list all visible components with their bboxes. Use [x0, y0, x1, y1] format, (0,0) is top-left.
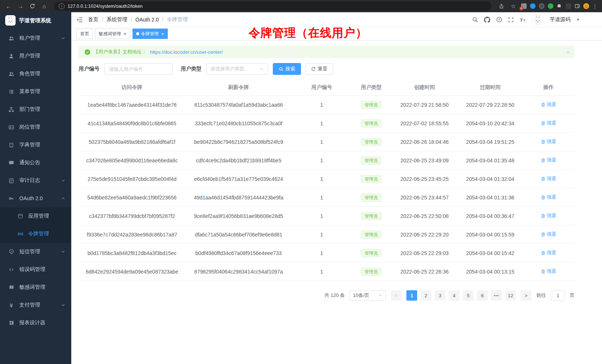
- address-bar[interactable]: i 127.0.0.1:1024/system/oauth2/token: [54, 1, 491, 11]
- page-size-value: 10条/页: [353, 292, 369, 299]
- collapse-sidebar-icon[interactable]: [76, 17, 83, 23]
- caret-down-icon[interactable]: ▼: [576, 18, 580, 21]
- extension-dark2-icon[interactable]: [565, 3, 572, 10]
- page-more-button[interactable]: •••: [491, 290, 502, 301]
- sidebar-item-user[interactable]: 用户管理: [0, 47, 71, 65]
- force-logout-label: 强退: [547, 268, 556, 275]
- sidebar-item-sms[interactable]: 短信管理: [0, 243, 71, 261]
- page-content: 【用户体系】文档地址： https://doc.iocoder.cn/user-…: [71, 40, 602, 364]
- force-logout-button[interactable]: 强退: [541, 231, 556, 238]
- force-logout-button[interactable]: 强退: [541, 138, 556, 145]
- tab-close-icon[interactable]: ×: [124, 32, 127, 36]
- user-avatar[interactable]: [532, 14, 544, 26]
- search-button[interactable]: 搜索: [273, 63, 301, 75]
- force-logout-button[interactable]: 强退: [541, 157, 556, 163]
- force-logout-label: 强退: [547, 249, 556, 256]
- breadcrumb-system[interactable]: 系统管理: [107, 16, 127, 23]
- refresh-token-cell: 8796295f04064c2983414cc54af1097a: [185, 262, 292, 281]
- sidebar-item-oauth2[interactable]: OAuth 2.0: [0, 189, 71, 207]
- github-icon[interactable]: [484, 17, 490, 23]
- reset-button[interactable]: 重置: [305, 63, 333, 75]
- tab-sensitive-word[interactable]: 敏感词管理×: [95, 29, 130, 39]
- font-size-icon[interactable]: TT: [520, 17, 526, 23]
- force-logout-button[interactable]: 强退: [541, 175, 556, 182]
- sidebar-item-dict[interactable]: 字典管理: [0, 136, 71, 154]
- browser-menu-icon[interactable]: ⋮: [592, 3, 598, 10]
- reload-button[interactable]: [27, 1, 37, 11]
- page-button-5[interactable]: 5: [463, 290, 474, 301]
- extensions-puzzle-icon[interactable]: [556, 3, 563, 10]
- column-header: 访问令牌: [79, 80, 185, 96]
- force-logout-label: 强退: [547, 212, 556, 219]
- extension-badged-icon[interactable]: 0: [520, 3, 527, 10]
- extension-blue-icon[interactable]: [529, 3, 536, 10]
- sidebar-item-menu[interactable]: 菜单管理: [0, 83, 71, 100]
- prev-page-button[interactable]: <: [391, 290, 402, 301]
- sidebar-item-report-designer[interactable]: 报表设计器: [0, 314, 71, 332]
- app-logo[interactable]: 芋道管理系统: [0, 12, 71, 29]
- fullscreen-icon[interactable]: [508, 17, 514, 23]
- force-logout-button[interactable]: 强退: [541, 212, 556, 219]
- search-button-label: 搜索: [285, 66, 295, 72]
- extension-green-icon[interactable]: [547, 3, 554, 10]
- sidebar-item-audit-log[interactable]: 审计日志: [0, 172, 71, 189]
- breadcrumb-oauth2[interactable]: OAuth 2.0: [135, 17, 159, 23]
- table-row: 275e5de9151045fe87cbdc395e004f4de6cfd40e…: [79, 170, 575, 188]
- sidebar-item-notice[interactable]: 通知公告: [0, 154, 71, 172]
- back-button[interactable]: ←: [4, 1, 13, 11]
- user-id-input[interactable]: [104, 63, 173, 75]
- goto-page-input[interactable]: [551, 290, 565, 301]
- page-button-6[interactable]: 6: [477, 290, 488, 301]
- table-row: 54d6be82ee5a460a9aedc1f9bf22365649d1aa46…: [79, 188, 575, 207]
- force-logout-button[interactable]: 强退: [541, 268, 556, 275]
- sidebar-item-error-code[interactable]: 错误码管理: [0, 261, 71, 278]
- force-logout-button[interactable]: 强退: [541, 249, 556, 256]
- breadcrumb-separator: /: [131, 17, 132, 23]
- banner-close-icon[interactable]: ×: [566, 49, 570, 55]
- site-info-icon[interactable]: i: [59, 3, 65, 9]
- refresh-token-cell: be90422b8c7946218275a508bf524fc9: [185, 133, 292, 151]
- forward-button[interactable]: →: [16, 1, 25, 11]
- user-name[interactable]: 芋道源码: [550, 16, 570, 23]
- reset-button-label: 重置: [318, 66, 327, 72]
- screen: ← → ⌂ i 127.0.0.1:1024/system/oauth2/tok…: [0, 0, 602, 364]
- tab-close-icon[interactable]: ×: [161, 32, 164, 36]
- sidebar-item-pay[interactable]: ¥支付管理: [0, 296, 71, 314]
- user-type-badge: 管理员: [361, 268, 382, 276]
- sidebar-item-role[interactable]: 角色管理: [0, 65, 71, 83]
- home-button[interactable]: ⌂: [39, 1, 49, 11]
- expire-time-cell: 2054-03-04 00:15:59: [458, 225, 523, 244]
- force-logout-button[interactable]: 强退: [541, 194, 556, 201]
- page-button-4[interactable]: 4: [449, 290, 459, 301]
- sidebar-item-tenant[interactable]: 租户管理: [0, 29, 71, 47]
- sidebar-item-oauth2-application[interactable]: 应用管理: [0, 207, 71, 225]
- sidebar-item-post[interactable]: 岗位管理: [0, 118, 71, 136]
- side-panel-icon[interactable]: [574, 3, 580, 10]
- breadcrumb-home[interactable]: 首页: [88, 16, 98, 23]
- tab-home[interactable]: 首页: [76, 29, 93, 39]
- force-logout-button[interactable]: 强退: [541, 101, 556, 108]
- profile-avatar[interactable]: [583, 3, 589, 10]
- code-icon: [8, 267, 14, 272]
- sidebar-item-oauth2-token[interactable]: 令牌管理: [0, 225, 71, 243]
- page-button-3[interactable]: 3: [435, 290, 445, 301]
- help-icon[interactable]: ?: [496, 17, 502, 23]
- sidebar-item-sensitive-word[interactable]: 敏感词管理: [0, 278, 71, 296]
- bookmark-star-icon[interactable]: ☆: [508, 1, 518, 11]
- columns-icon: [8, 285, 14, 290]
- page-button-12[interactable]: 12: [505, 290, 516, 301]
- page-button-2[interactable]: 2: [421, 290, 431, 301]
- force-logout-button[interactable]: 强退: [541, 120, 556, 126]
- token-table: 访问令牌刷新令牌用户编号用户类型创建时间过期时间操作 1ea5e44f8bc14…: [79, 80, 575, 281]
- search-icon[interactable]: [472, 17, 478, 23]
- sidebar-item-dept[interactable]: 部门管理: [0, 100, 71, 118]
- tab-token[interactable]: 令牌管理×: [132, 29, 168, 39]
- share-icon[interactable]: [497, 1, 506, 11]
- user-type-select[interactable]: 请选择用户类型: [206, 63, 268, 75]
- extension-dark-icon[interactable]: [538, 3, 545, 10]
- access-token-cell: 1ea5e44f8bc1467aaede43144f31de76: [79, 96, 185, 114]
- banner-link[interactable]: https://doc.iocoder.cn/user-center/: [150, 49, 223, 55]
- next-page-button[interactable]: >: [521, 290, 531, 301]
- page-size-select[interactable]: 10条/页: [350, 290, 386, 301]
- page-button-1[interactable]: 1: [406, 290, 417, 301]
